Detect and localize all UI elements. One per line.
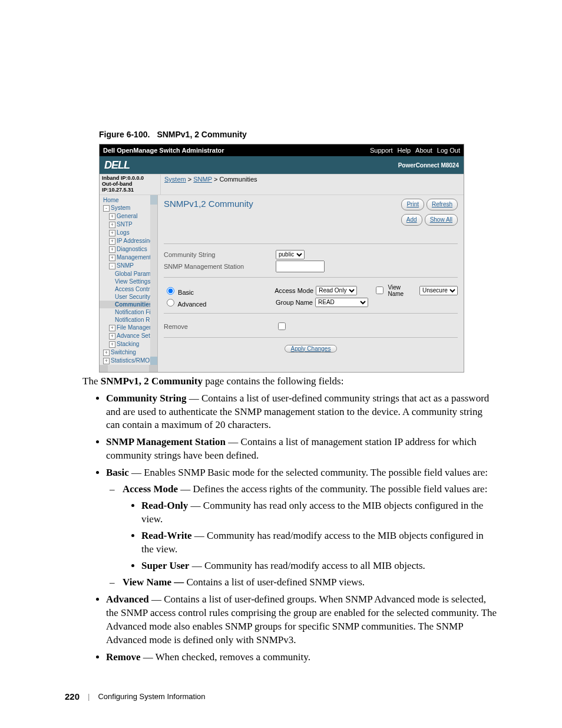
access-mode-select[interactable]: Read Only: [316, 286, 357, 295]
community-string-label: Community String: [164, 251, 276, 258]
footer-separator: |: [88, 692, 90, 701]
showall-button[interactable]: Show All: [425, 214, 458, 226]
print-button[interactable]: Print: [401, 199, 424, 210]
basic-radio[interactable]: [167, 287, 174, 295]
expand-icon[interactable]: +: [103, 350, 110, 356]
list-item: Advanced — Contains a list of user-defin…: [106, 593, 497, 647]
tree-node[interactable]: Communities: [100, 301, 157, 308]
tree-node-label: Diagnostics: [117, 246, 147, 252]
list-item: Remove — When checked, removes a communi…: [106, 651, 497, 664]
access-mode-label: Access Mode: [275, 287, 313, 294]
figure-caption: Figure 6-100.SNMPv1, 2 Community: [99, 130, 497, 139]
list-item: Read-Write — Community has read/modify a…: [141, 529, 497, 556]
link-about[interactable]: About: [415, 147, 432, 154]
expand-icon[interactable]: -: [109, 263, 115, 269]
tree-node-label: IP Addressing: [117, 238, 153, 244]
lead-bold: SNMPv1, 2 Community: [101, 375, 203, 387]
tree-node[interactable]: +File Management: [100, 324, 157, 332]
tree-node[interactable]: +IP Addressing: [100, 237, 157, 245]
expand-icon[interactable]: +: [109, 246, 115, 253]
tree-node[interactable]: +Stacking: [100, 340, 157, 348]
expand-icon[interactable]: +: [109, 325, 115, 331]
tree-node[interactable]: Notification Filter: [100, 308, 157, 316]
tree-node[interactable]: Global Paramete: [100, 270, 157, 278]
expand-icon[interactable]: +: [109, 238, 115, 245]
screenshot-window: Dell OpenManage Switch Administrator Sup…: [99, 144, 464, 373]
outband-ip: Out-of-band IP:10.27.5.31: [102, 182, 158, 193]
scrollbar-vertical[interactable]: [150, 195, 157, 365]
list-item: View Name — Contains a list of user-defi…: [123, 576, 497, 589]
add-button[interactable]: Add: [401, 214, 422, 226]
tree-node[interactable]: +Diagnostics: [100, 245, 157, 253]
tree-node-label: Communities: [115, 301, 152, 308]
section-title: Configuring System Information: [98, 692, 205, 701]
group-name-label: Group Name: [276, 299, 313, 306]
figure-title: SNMPv1, 2 Community: [157, 130, 246, 139]
tree-node-label: System: [111, 205, 130, 211]
remove-label: Remove: [164, 323, 276, 330]
tree-node-label: Switching: [111, 349, 136, 355]
tree-node[interactable]: -SNMP: [100, 262, 157, 270]
tree-node[interactable]: +Advance Settings: [100, 332, 157, 340]
tree-node-label: Logs: [117, 229, 130, 236]
nav-tree[interactable]: Home-System+General+SNTP+Logs+IP Address…: [100, 195, 158, 372]
expand-icon[interactable]: +: [109, 341, 115, 348]
link-logout[interactable]: Log Out: [437, 147, 460, 154]
tree-node-label: Statistics/RMON: [111, 357, 154, 364]
body-text: The SNMPv1, 2 Community page contains th…: [82, 375, 497, 664]
tree-node[interactable]: +Switching: [100, 348, 157, 357]
tree-node[interactable]: +Management Secur: [100, 253, 157, 262]
tree-node[interactable]: +Logs: [100, 229, 157, 237]
expand-icon[interactable]: -: [103, 205, 110, 212]
expand-icon[interactable]: +: [109, 230, 115, 236]
expand-icon[interactable]: +: [109, 255, 115, 261]
scrollbar-horizontal[interactable]: [100, 365, 157, 372]
crumb-system[interactable]: System: [164, 176, 186, 183]
basic-label: Basic: [178, 289, 194, 296]
expand-icon[interactable]: +: [109, 333, 115, 340]
tree-node[interactable]: Home: [100, 196, 157, 204]
logo-bar: DELL PowerConnect M8024: [100, 156, 464, 174]
tree-node-label: Home: [103, 197, 119, 203]
advanced-label: Advanced: [177, 301, 206, 308]
tree-node[interactable]: -System: [100, 204, 157, 212]
remove-checkbox[interactable]: [278, 322, 286, 330]
breadcrumb: System > SNMP > Communities: [161, 174, 261, 195]
tree-node[interactable]: User Security M: [100, 293, 157, 301]
advanced-radio[interactable]: [167, 299, 174, 307]
list-item: SNMP Management Station — Contains a lis…: [106, 436, 497, 463]
tree-node[interactable]: Access Control (: [100, 285, 157, 293]
dell-logo: DELL: [104, 159, 130, 172]
mgmt-station-input[interactable]: [276, 261, 325, 272]
list-item: Access Mode — Defines the access rights …: [123, 483, 497, 573]
link-help[interactable]: Help: [397, 147, 411, 154]
tree-node-label: Stacking: [117, 341, 139, 347]
tree-node[interactable]: +General: [100, 212, 157, 220]
view-name-select[interactable]: Unsecure: [419, 286, 458, 295]
tree-node-label: General: [117, 213, 138, 219]
expand-icon[interactable]: +: [109, 222, 115, 228]
view-name-label: View Name: [388, 284, 417, 297]
view-name-checkbox[interactable]: [376, 286, 384, 294]
page-number: 220: [65, 691, 80, 701]
tree-node[interactable]: Notification Recip: [100, 316, 157, 324]
page-footer: 220 | Configuring System Information: [65, 691, 206, 701]
tree-node-label: View Settings: [115, 278, 150, 285]
link-support[interactable]: Support: [370, 147, 393, 154]
panel-title: SNMPv1,2 Community: [164, 199, 253, 209]
mgmt-station-label: SNMP Management Station: [164, 263, 276, 270]
tree-node[interactable]: View Settings: [100, 278, 157, 285]
tree-node[interactable]: +Statistics/RMON: [100, 357, 157, 365]
apply-changes-button[interactable]: Apply Changes: [285, 345, 338, 353]
crumb-snmp[interactable]: SNMP: [193, 176, 212, 183]
group-name-select[interactable]: READ: [315, 298, 368, 307]
refresh-button[interactable]: Refresh: [427, 199, 458, 210]
expand-icon[interactable]: +: [103, 358, 110, 364]
expand-icon[interactable]: +: [109, 213, 115, 220]
tree-node-label: SNMP: [117, 262, 134, 269]
list-item: Read-Only — Community has read only acce…: [141, 499, 497, 526]
tree-node[interactable]: +SNTP: [100, 220, 157, 229]
window-title: Dell OpenManage Switch Administrator: [103, 147, 224, 154]
tree-node-label: SNTP: [117, 221, 133, 228]
community-string-select[interactable]: public: [276, 250, 305, 259]
